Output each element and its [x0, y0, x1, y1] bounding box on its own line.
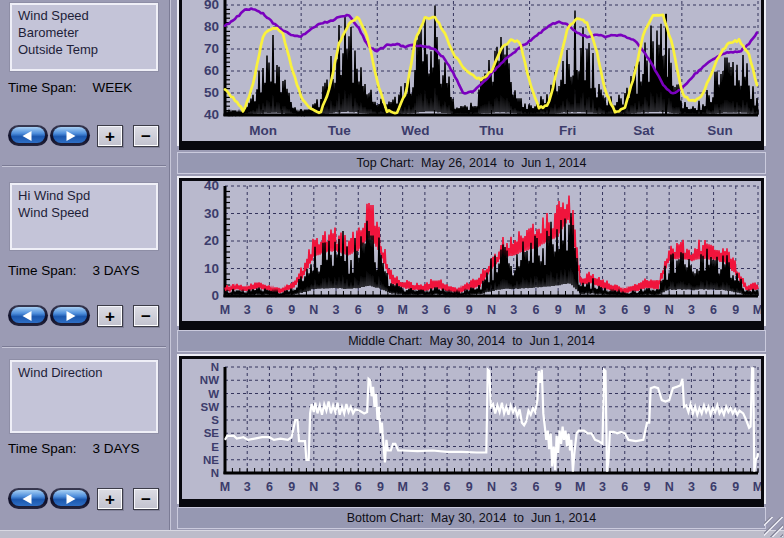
- svg-text:10: 10: [204, 261, 219, 276]
- top-chart-caption: Top Chart: May 26, 2014 to Jun 1, 2014: [177, 152, 766, 174]
- series-list-item[interactable]: Wind Speed: [18, 7, 150, 24]
- svg-text:S: S: [211, 414, 219, 426]
- svg-text:9: 9: [288, 480, 295, 494]
- timespan-label: Time Span:: [8, 263, 77, 278]
- svg-text:9: 9: [555, 480, 562, 494]
- svg-text:9: 9: [732, 303, 739, 317]
- svg-text:M: M: [397, 303, 407, 317]
- svg-text:3: 3: [333, 480, 340, 494]
- timespan-value: 3 DAYS: [93, 263, 140, 278]
- arrow-right-icon: [67, 131, 76, 141]
- svg-text:6: 6: [532, 303, 539, 317]
- svg-text:SE: SE: [204, 427, 220, 439]
- arrow-right-icon: [67, 311, 76, 321]
- middle-chart-frame: 010203040M369N369M369N369M369N369M: [179, 178, 764, 330]
- timespan-label: Time Span:: [8, 441, 77, 456]
- svg-text:3: 3: [333, 303, 340, 317]
- svg-text:M: M: [220, 303, 230, 317]
- svg-text:3: 3: [599, 480, 606, 494]
- svg-text:3: 3: [688, 303, 695, 317]
- zoom-out-button[interactable]: −: [133, 125, 159, 147]
- bottom-chart-controls: + −: [0, 488, 172, 512]
- bottom-chart-timespan: Time Span:3 DAYS: [8, 441, 140, 456]
- svg-text:Tue: Tue: [328, 123, 351, 138]
- svg-text:M: M: [753, 480, 761, 494]
- zoom-in-button[interactable]: +: [97, 305, 123, 327]
- svg-text:3: 3: [510, 303, 517, 317]
- zoom-in-button[interactable]: +: [97, 488, 123, 510]
- svg-text:M: M: [575, 480, 585, 494]
- middle-chart-settings-panel: Hi Wind SpdWind Speed Time Span:3 DAYS +…: [0, 167, 172, 346]
- series-list-item[interactable]: Barometer: [18, 24, 150, 41]
- svg-text:9: 9: [555, 303, 562, 317]
- zoom-out-button[interactable]: −: [133, 488, 159, 510]
- scroll-forward-button[interactable]: [50, 305, 90, 326]
- svg-text:M: M: [397, 480, 407, 494]
- scroll-back-button[interactable]: [8, 125, 48, 146]
- svg-text:6: 6: [266, 480, 273, 494]
- bottom-chart-frame: NNWWSWSSEENENM369N369M369N369M369N369M: [179, 356, 764, 508]
- scroll-back-button[interactable]: [8, 488, 48, 509]
- top-chart-series-listbox[interactable]: Wind SpeedBarometerOutside Temp: [10, 3, 158, 71]
- svg-text:3: 3: [421, 303, 428, 317]
- svg-text:6: 6: [266, 303, 273, 317]
- svg-text:60: 60: [204, 63, 219, 78]
- svg-text:90: 90: [204, 0, 219, 12]
- series-list-item[interactable]: Wind Direction: [18, 364, 150, 381]
- svg-text:Sun: Sun: [707, 123, 733, 138]
- svg-text:N: N: [309, 480, 318, 494]
- svg-text:9: 9: [643, 480, 650, 494]
- middle-chart-panel: 010203040M369N369M369N369M369N369M: [177, 176, 766, 326]
- bottom-chart-series-listbox[interactable]: Wind Direction: [10, 360, 158, 433]
- bottom-chart-settings-panel: Wind Direction Time Span:3 DAYS + −: [0, 348, 172, 530]
- svg-text:NE: NE: [203, 454, 219, 466]
- svg-text:N: N: [487, 480, 496, 494]
- svg-text:6: 6: [444, 303, 451, 317]
- series-list-item[interactable]: Outside Temp: [18, 41, 150, 58]
- scroll-back-button[interactable]: [8, 305, 48, 326]
- middle-chart-svg: 010203040M369N369M369N369M369N369M: [182, 181, 761, 321]
- top-chart-svg: 405060708090MonTueWedThuFriSatSun: [182, 0, 761, 141]
- svg-text:20: 20: [204, 233, 219, 248]
- svg-text:N: N: [487, 303, 496, 317]
- svg-text:9: 9: [466, 303, 473, 317]
- series-list-item[interactable]: Hi Wind Spd: [18, 187, 150, 204]
- middle-chart-series-listbox[interactable]: Hi Wind SpdWind Speed: [10, 183, 158, 250]
- svg-text:N: N: [211, 361, 219, 373]
- top-chart-plot: 405060708090MonTueWedThuFriSatSun: [182, 0, 761, 141]
- svg-text:M: M: [575, 303, 585, 317]
- svg-text:6: 6: [355, 303, 362, 317]
- arrow-left-icon: [23, 311, 32, 321]
- svg-text:3: 3: [421, 480, 428, 494]
- svg-text:3: 3: [599, 303, 606, 317]
- svg-text:N: N: [665, 480, 674, 494]
- svg-text:W: W: [208, 388, 219, 400]
- svg-text:70: 70: [204, 41, 219, 56]
- svg-text:3: 3: [244, 303, 251, 317]
- arrow-left-icon: [23, 494, 32, 504]
- middle-chart-timespan: Time Span:3 DAYS: [8, 263, 140, 278]
- timespan-label: Time Span:: [8, 80, 77, 95]
- svg-text:N: N: [309, 303, 318, 317]
- svg-text:9: 9: [288, 303, 295, 317]
- svg-text:N: N: [665, 303, 674, 317]
- zoom-in-button[interactable]: +: [97, 125, 123, 147]
- svg-text:0: 0: [211, 288, 219, 303]
- svg-text:M: M: [220, 480, 230, 494]
- svg-text:3: 3: [510, 480, 517, 494]
- zoom-out-button[interactable]: −: [133, 305, 159, 327]
- svg-text:30: 30: [204, 206, 219, 221]
- window-resize-grip[interactable]: [764, 517, 783, 537]
- svg-text:40: 40: [204, 107, 219, 122]
- svg-text:6: 6: [710, 303, 717, 317]
- sidebar: Wind SpeedBarometerOutside Temp Time Spa…: [0, 0, 172, 530]
- top-chart-settings-panel: Wind SpeedBarometerOutside Temp Time Spa…: [0, 0, 172, 165]
- sidebar-divider: [169, 0, 171, 530]
- scroll-forward-button[interactable]: [50, 125, 90, 146]
- scroll-forward-button[interactable]: [50, 488, 90, 509]
- svg-text:9: 9: [732, 480, 739, 494]
- svg-text:40: 40: [204, 181, 219, 193]
- svg-text:6: 6: [532, 480, 539, 494]
- svg-text:Sat: Sat: [633, 123, 655, 138]
- series-list-item[interactable]: Wind Speed: [18, 204, 150, 221]
